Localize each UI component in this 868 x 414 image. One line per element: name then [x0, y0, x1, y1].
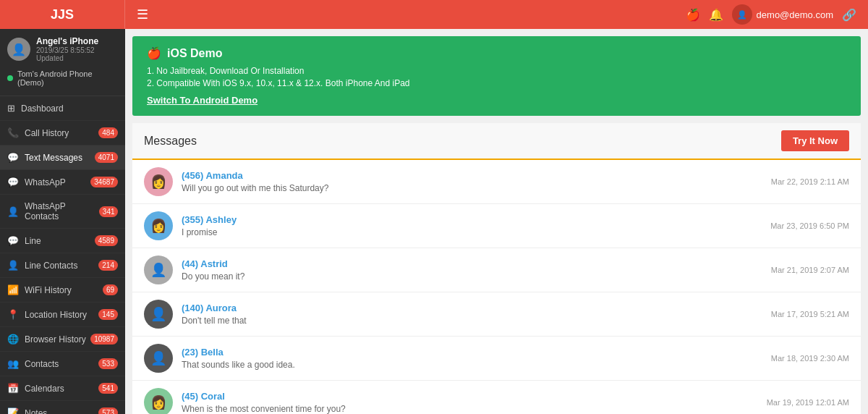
message-preview: Don't tell me that [182, 316, 762, 326]
sidebar-item-calendars[interactable]: 📅 Calendars 541 [0, 376, 125, 401]
badge-text-messages: 4071 [95, 152, 118, 163]
message-list: 👩 (456) Amanda Will you go out with me t… [132, 160, 861, 414]
sidebar-label-location-history: Location History [25, 310, 87, 320]
message-item[interactable]: 👩 (355) Ashley I promise Mar 23, 2019 6:… [132, 204, 861, 248]
ios-banner-title: 🍎 iOS Demo [147, 46, 846, 60]
sidebar-icon-contacts: 👥 [7, 358, 19, 369]
message-date: Mar 21, 2019 2:07 AM [771, 266, 849, 274]
device-avatar: 👤 [7, 38, 30, 61]
sidebar-nav: ⊞ Dashboard 📞 Call History 484 💬 Text Me… [0, 96, 125, 414]
sidebar-label-line: Line [25, 236, 41, 246]
message-avatar: 👤 [144, 300, 173, 329]
sidebar-icon-calendars: 📅 [7, 383, 19, 394]
messages-header: Messages Try It Now [132, 123, 861, 160]
badge-calendars: 541 [98, 383, 118, 394]
message-avatar: 👩 [144, 388, 173, 414]
sidebar-item-call-history[interactable]: 📞 Call History 484 [0, 121, 125, 145]
share-icon[interactable]: 🔗 [842, 8, 856, 22]
sidebar-icon-dashboard: ⊞ [7, 103, 15, 114]
header-center: ☰ [125, 7, 686, 22]
user-avatar: 👤 [732, 4, 752, 25]
device-main: 👤 Angel's iPhone 2019/3/25 8:55:52 Updat… [7, 36, 118, 62]
sidebar-icon-browser-history: 🌐 [7, 334, 19, 345]
message-body: (140) Aurora Don't tell me that [182, 303, 762, 326]
message-name: (355) Ashley [182, 214, 762, 225]
message-date: Mar 18, 2019 2:30 AM [771, 354, 849, 363]
badge-browser-history: 10987 [90, 334, 118, 345]
sidebar-item-whatsapp-contacts[interactable]: 👤 WhatsApP Contacts 341 [0, 195, 125, 229]
hamburger-icon[interactable]: ☰ [137, 7, 148, 22]
sidebar-label-wifi-history: WiFi History [25, 285, 72, 295]
header-right: 🍎 🔔 👤 demo@demo.com 🔗 [686, 4, 868, 25]
message-preview: Will you go out with me this Saturday? [182, 183, 762, 193]
device-section: 👤 Angel's iPhone 2019/3/25 8:55:52 Updat… [0, 29, 125, 96]
message-name: (44) Astrid [182, 258, 762, 269]
badge-contacts: 533 [98, 358, 118, 369]
apple-header-icon: 🍎 [686, 8, 700, 22]
message-item[interactable]: 👩 (45) Coral When is the most convenient… [132, 381, 861, 414]
sidebar-item-line[interactable]: 💬 Line 4589 [0, 229, 125, 253]
messages-title: Messages [144, 135, 197, 148]
badge-location-history: 145 [98, 309, 118, 320]
message-name: (45) Coral [182, 391, 758, 402]
ios-banner-line2: 2. Compatible With iOS 9.x, 10.x, 11.x &… [147, 78, 846, 88]
notification-icon[interactable]: 🔔 [709, 8, 723, 22]
sidebar-item-contacts[interactable]: 👥 Contacts 533 [0, 352, 125, 376]
device-info: Angel's iPhone 2019/3/25 8:55:52 Updated [36, 36, 118, 62]
message-item[interactable]: 👩 (456) Amanda Will you go out with me t… [132, 160, 861, 204]
sidebar-label-whatsapp: WhatsApP [25, 177, 66, 187]
message-date: Mar 19, 2019 12:01 AM [767, 398, 849, 407]
sidebar-item-dashboard[interactable]: ⊞ Dashboard [0, 96, 125, 121]
sidebar-label-line-contacts: Line Contacts [25, 261, 77, 271]
sidebar-label-contacts: Contacts [25, 359, 59, 369]
sidebar-label-notes: Notes [25, 408, 47, 415]
messages-section: Messages Try It Now 👩 (456) Amanda Will … [132, 123, 861, 414]
message-body: (44) Astrid Do you mean it? [182, 258, 762, 282]
sidebar-icon-call-history: 📞 [7, 127, 19, 138]
badge-whatsapp: 34687 [90, 177, 118, 187]
user-info[interactable]: 👤 demo@demo.com [732, 4, 833, 25]
switch-to-android-link[interactable]: Switch To Android Demo [147, 95, 258, 106]
badge-line-contacts: 214 [98, 260, 118, 271]
main-layout: 👤 Angel's iPhone 2019/3/25 8:55:52 Updat… [0, 29, 868, 414]
sidebar: 👤 Angel's iPhone 2019/3/25 8:55:52 Updat… [0, 29, 125, 414]
device-updated: 2019/3/25 8:55:52 Updated [36, 46, 118, 62]
sidebar-item-notes[interactable]: 📝 Notes 573 [0, 401, 125, 414]
message-name: (23) Bella [182, 347, 762, 358]
message-name: (140) Aurora [182, 303, 762, 313]
message-preview: That sounds like a good idea. [182, 360, 762, 370]
badge-notes: 573 [98, 407, 118, 414]
message-item[interactable]: 👤 (44) Astrid Do you mean it? Mar 21, 20… [132, 248, 861, 292]
message-date: Mar 23, 2019 6:50 PM [770, 221, 849, 230]
message-item[interactable]: 👤 (140) Aurora Don't tell me that Mar 17… [132, 292, 861, 337]
main-content: 🍎 iOS Demo 1. No Jailbreak, Download Or … [125, 29, 868, 414]
message-avatar: 👤 [144, 255, 173, 284]
device-name: Angel's iPhone [36, 36, 118, 46]
sidebar-label-whatsapp-contacts: WhatsApP Contacts [25, 201, 99, 221]
message-avatar: 👩 [144, 167, 173, 196]
sidebar-label-call-history: Call History [25, 128, 69, 138]
sidebar-item-text-messages[interactable]: 💬 Text Messages 4071 [0, 145, 125, 170]
message-item[interactable]: 👤 (23) Bella That sounds like a good ide… [132, 337, 861, 381]
sidebar-icon-line-contacts: 👤 [7, 260, 19, 271]
user-email: demo@demo.com [757, 9, 833, 20]
message-body: (45) Coral When is the most convenient t… [182, 391, 758, 414]
sidebar-icon-text-messages: 💬 [7, 152, 19, 163]
green-dot-icon [7, 75, 13, 81]
badge-line: 4589 [95, 235, 118, 246]
top-header: JJS ☰ 🍎 🔔 👤 demo@demo.com 🔗 [0, 0, 868, 29]
sidebar-item-browser-history[interactable]: 🌐 Browser History 10987 [0, 327, 125, 352]
sidebar-item-line-contacts[interactable]: 👤 Line Contacts 214 [0, 253, 125, 278]
sidebar-label-browser-history: Browser History [25, 334, 86, 345]
sidebar-item-whatsapp[interactable]: 💬 WhatsApP 34687 [0, 170, 125, 195]
sidebar-item-wifi-history[interactable]: 📶 WiFi History 69 [0, 278, 125, 303]
sidebar-item-location-history[interactable]: 📍 Location History 145 [0, 303, 125, 327]
message-body: (456) Amanda Will you go out with me thi… [182, 170, 762, 193]
message-avatar: 👩 [144, 211, 173, 240]
sidebar-label-text-messages: Text Messages [25, 153, 82, 163]
message-body: (23) Bella That sounds like a good idea. [182, 347, 762, 370]
badge-whatsapp-contacts: 341 [99, 206, 118, 217]
android-device-item[interactable]: Tom's Android Phone (Demo) [7, 67, 118, 90]
try-it-button[interactable]: Try It Now [781, 130, 849, 151]
ios-banner: 🍎 iOS Demo 1. No Jailbreak, Download Or … [132, 36, 861, 116]
